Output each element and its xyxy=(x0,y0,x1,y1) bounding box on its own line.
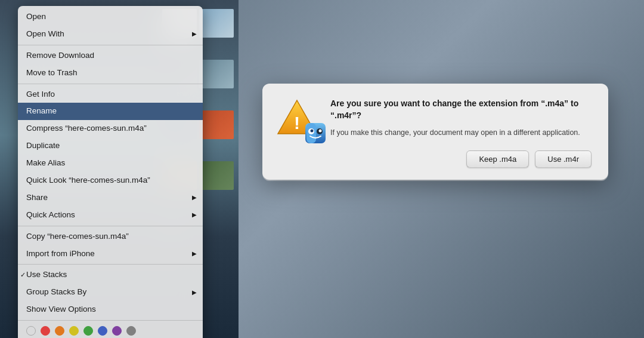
menu-item-get-info-label: Get Info xyxy=(26,89,55,100)
alert-buttons: Keep .m4a Use .m4r xyxy=(330,150,592,168)
menu-item-import-iphone-label: Import from iPhone xyxy=(26,248,95,260)
alert-dialog: ! xyxy=(262,84,608,180)
menu-item-copy-label: Copy “here-comes-sun.m4a” xyxy=(26,231,129,242)
use-stacks-checkmark: ✓ xyxy=(20,271,26,279)
alert-message: If you make this change, your document m… xyxy=(330,127,592,139)
context-menu: Open Open With ▶ Remove Download Move to… xyxy=(18,6,203,338)
finder-mini-icon xyxy=(305,123,326,143)
menu-item-make-alias-label: Make Alias xyxy=(26,158,65,169)
separator-2 xyxy=(18,84,203,84)
share-arrow: ▶ xyxy=(192,193,197,202)
open-with-arrow: ▶ xyxy=(192,30,197,38)
menu-item-remove-download[interactable]: Remove Download xyxy=(18,47,203,64)
separator-3 xyxy=(18,226,203,226)
menu-item-make-alias[interactable]: Make Alias xyxy=(18,155,203,172)
menu-item-quick-look-label: Quick Look “here-comes-sun.m4a” xyxy=(26,175,150,186)
menu-item-import-iphone[interactable]: Import from iPhone ▶ xyxy=(18,245,203,263)
group-stacks-arrow: ▶ xyxy=(192,288,197,297)
menu-item-open-with[interactable]: Open With ▶ xyxy=(18,26,203,43)
menu-item-show-view-options[interactable]: Show View Options xyxy=(18,301,203,318)
menu-item-group-stacks-by-label: Group Stacks By xyxy=(26,287,86,298)
menu-item-quick-actions[interactable]: Quick Actions ▶ xyxy=(18,207,203,224)
alert-content: Are you sure you want to change the exte… xyxy=(330,98,592,168)
import-arrow: ▶ xyxy=(192,250,197,258)
menu-item-show-view-options-label: Show View Options xyxy=(26,304,96,315)
dot-green[interactable] xyxy=(83,326,93,336)
menu-item-quick-look[interactable]: Quick Look “here-comes-sun.m4a” xyxy=(18,172,203,189)
use-m4r-button[interactable]: Use .m4r xyxy=(535,150,592,168)
quick-actions-arrow: ▶ xyxy=(192,211,197,219)
menu-item-open-label: Open xyxy=(26,11,46,23)
svg-point-6 xyxy=(311,130,314,133)
menu-item-get-info[interactable]: Get Info xyxy=(18,86,203,103)
menu-item-open[interactable]: Open xyxy=(18,8,203,26)
color-dots-row xyxy=(18,322,203,338)
menu-item-rename[interactable]: Rename xyxy=(18,103,203,120)
menu-item-move-to-trash-label: Move to Trash xyxy=(26,67,78,79)
separator-1 xyxy=(18,45,203,45)
menu-item-use-stacks-label: Use Stacks xyxy=(26,269,67,281)
keep-m4a-button[interactable]: Keep .m4a xyxy=(466,150,529,168)
menu-item-use-stacks[interactable]: ✓ Use Stacks xyxy=(18,266,203,284)
dot-gray[interactable] xyxy=(126,326,136,336)
separator-5 xyxy=(18,320,203,321)
dot-orange[interactable] xyxy=(55,326,64,336)
menu-item-share-label: Share xyxy=(26,192,48,204)
dot-purple[interactable] xyxy=(112,326,122,336)
svg-text:!: ! xyxy=(294,113,300,133)
menu-item-share[interactable]: Share ▶ xyxy=(18,189,203,207)
svg-point-7 xyxy=(319,130,322,133)
dot-red[interactable] xyxy=(41,326,50,336)
dot-blue[interactable] xyxy=(98,326,107,336)
menu-item-duplicate-label: Duplicate xyxy=(26,140,60,152)
alert-title: Are you sure you want to change the exte… xyxy=(330,98,592,121)
menu-item-remove-download-label: Remove Download xyxy=(26,50,94,62)
menu-item-compress-label: Compress “here-comes-sun.m4a” xyxy=(26,123,147,134)
menu-item-open-with-label: Open With xyxy=(26,29,64,40)
separator-4 xyxy=(18,264,203,265)
menu-item-move-to-trash[interactable]: Move to Trash xyxy=(18,64,203,82)
menu-item-duplicate[interactable]: Duplicate xyxy=(18,137,203,155)
menu-item-rename-label: Rename xyxy=(26,106,57,117)
dot-none[interactable] xyxy=(26,326,36,336)
menu-item-group-stacks-by[interactable]: Group Stacks By ▶ xyxy=(18,284,203,301)
menu-item-compress[interactable]: Compress “here-comes-sun.m4a” xyxy=(18,120,203,137)
menu-item-copy[interactable]: Copy “here-comes-sun.m4a” xyxy=(18,228,203,245)
dot-yellow[interactable] xyxy=(69,326,79,336)
alert-icon-area: ! xyxy=(277,98,320,141)
menu-item-quick-actions-label: Quick Actions xyxy=(26,210,75,221)
